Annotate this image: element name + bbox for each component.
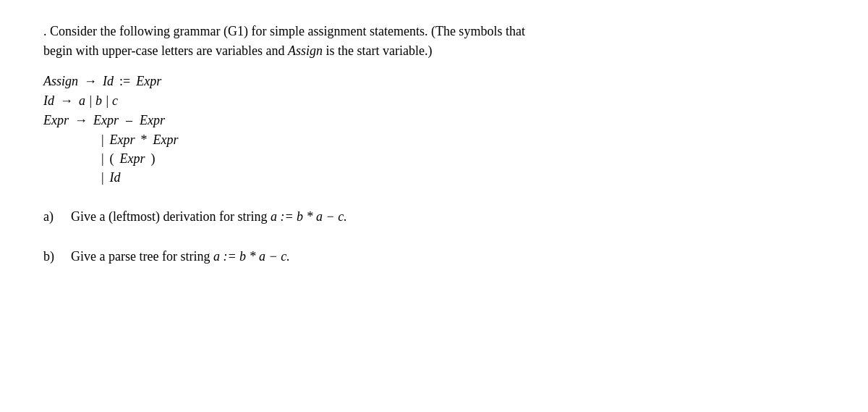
grammar-block: Assign → Id := Expr Id → a | b | c Expr … <box>43 74 839 185</box>
rule1-rhs-lhs: Id <box>103 74 114 89</box>
subrule2-expr: Expr <box>120 151 145 167</box>
grammar-subrule-2: | ( Expr ) <box>101 151 839 167</box>
rule2-lhs: Id <box>43 93 54 109</box>
subrule1-op: * <box>141 133 148 148</box>
rule3-rhs-lhs: Expr <box>93 113 119 128</box>
rule3-op: – <box>126 113 132 128</box>
grammar-rule-3: Expr → Expr – Expr <box>43 113 839 128</box>
grammar-rule-1: Assign → Id := Expr <box>43 74 839 89</box>
subrule1-pipe: | <box>101 133 104 148</box>
subrule1-lhs: Expr <box>110 133 135 148</box>
question-a-label: a) <box>43 207 65 227</box>
bullet: . <box>43 24 47 38</box>
question-b-string: a := b * a − c. <box>213 249 290 264</box>
subrule3-sym: Id <box>110 170 121 185</box>
rule1-lhs: Assign <box>43 74 78 89</box>
rule3-lhs: Expr <box>43 113 69 128</box>
subrule3-pipe: | <box>101 170 104 185</box>
intro-text2: begin with upper-case letters are variab… <box>43 43 288 58</box>
question-b-label: b) <box>43 247 65 266</box>
subrule2-open: ( <box>110 151 114 167</box>
rule1-arrow: → <box>84 74 97 89</box>
question-b-text-static: Give a parse tree for string <box>71 249 213 264</box>
grammar-subrule-1: | Expr * Expr <box>101 133 839 148</box>
subrule2-pipe: | <box>101 151 104 167</box>
rule3-arrow: → <box>75 113 88 128</box>
rule3-rhs-rhs: Expr <box>140 113 165 128</box>
grammar-rule-2: Id → a | b | c <box>43 93 839 109</box>
assign-word: Assign <box>288 43 323 58</box>
intro-text3: is the start variable.) <box>323 43 432 58</box>
rule2-arrow: → <box>60 93 73 109</box>
question-b-text: Give a parse tree for string a := b * a … <box>71 247 290 266</box>
page-container: . Consider the following grammar (G1) fo… <box>43 22 839 266</box>
question-a-text-static: Give a (leftmost) derivation for string <box>71 209 271 224</box>
subrule2-close: ) <box>151 151 156 167</box>
subrule1-rhs: Expr <box>153 133 179 148</box>
question-a-text: Give a (leftmost) derivation for string … <box>71 207 347 227</box>
questions-block: a) Give a (leftmost) derivation for stri… <box>43 207 839 266</box>
grammar-subrule-3: | Id <box>101 170 839 185</box>
intro-text1: Consider the following grammar (G1) for … <box>50 24 525 38</box>
rule1-rhs-rhs: Expr <box>136 74 161 89</box>
rule2-rhs: a | b | c <box>79 93 118 109</box>
intro-paragraph: . Consider the following grammar (G1) fo… <box>43 22 839 61</box>
question-b: b) Give a parse tree for string a := b *… <box>43 247 839 266</box>
question-a: a) Give a (leftmost) derivation for stri… <box>43 207 839 227</box>
question-a-string: a := b * a − c. <box>271 209 347 224</box>
grammar-sub-rules: | Expr * Expr | ( Expr ) | Id <box>101 133 839 185</box>
rule1-assign-op: := <box>119 74 130 89</box>
